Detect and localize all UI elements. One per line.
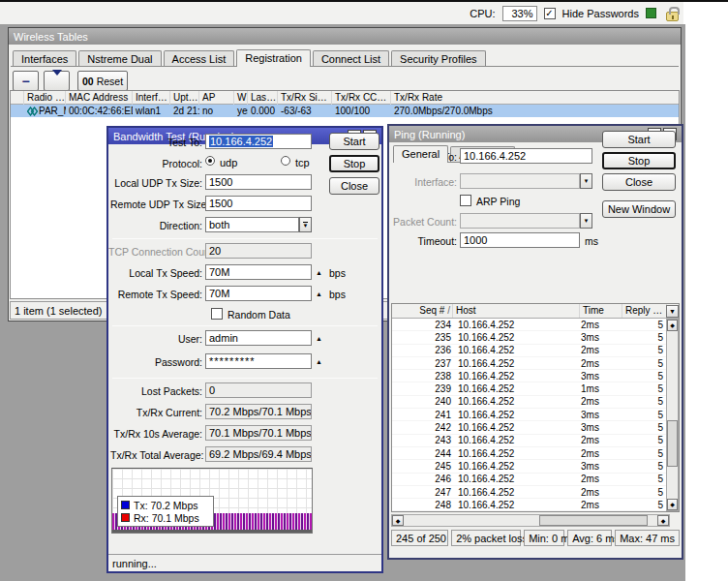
scroll-left-arrow[interactable]: ◆ — [392, 515, 404, 526]
column-interface[interactable]: Interface — [133, 91, 170, 105]
scroll-up-arrow[interactable]: ◆ — [667, 320, 678, 331]
ping-window-title: Ping (Running) — [394, 129, 465, 140]
seq-cell: 247 — [392, 487, 453, 498]
ping-result-row[interactable]: 241 10.166.4.252 3ms 5 — [392, 409, 666, 421]
direction-dropdown[interactable]: both — [205, 217, 299, 232]
ping-new-window-button[interactable]: New Window — [602, 200, 676, 218]
ping-start-button[interactable]: Start — [602, 131, 676, 148]
column-reply-size[interactable]: Reply Size — [622, 304, 667, 318]
protocol-tcp-radio[interactable] — [281, 156, 290, 166]
column-selector-button[interactable]: ▼ — [666, 305, 679, 318]
bandwidth-start-button[interactable]: Start — [329, 133, 379, 150]
protocol-udp-radio[interactable] — [205, 156, 215, 166]
user-input[interactable]: admin — [205, 330, 312, 346]
ping-to-input[interactable]: 10.166.4.252 — [460, 148, 592, 164]
interface-dropdown[interactable] — [460, 173, 580, 189]
tab-connect-list[interactable]: Connect List — [313, 50, 389, 66]
tab-interfaces[interactable]: Interfaces — [13, 50, 76, 66]
column-ccq[interactable]: Tx/Rx CCQ (%) — [332, 91, 391, 105]
interface-dropdown-button[interactable]: ▼ — [580, 173, 592, 189]
ping-result-row[interactable]: 244 10.166.4.252 2ms 5 — [392, 447, 666, 460]
packet-count-dropdown[interactable] — [460, 213, 580, 229]
local-udp-tx-size-input[interactable]: 1500 — [205, 174, 312, 190]
ping-horizontal-scrollbar[interactable]: ◆ ◆ — [391, 514, 670, 527]
ping-result-row[interactable]: 246 10.166.4.252 2ms 5 — [392, 474, 666, 486]
tcp-connection-count-label: TCP Connection Count: — [108, 246, 202, 258]
column-last-activity[interactable]: Last Activit... — [248, 91, 278, 105]
ccq-cell: 100/100 — [332, 105, 391, 117]
tab-access-list[interactable]: Access List — [164, 50, 235, 66]
direction-dropdown-button[interactable]: ▼ — [299, 217, 312, 232]
remote-tx-speed-input[interactable]: 70M — [205, 286, 312, 301]
spinner-up-icon[interactable]: ▲ — [316, 290, 322, 297]
tcp-connection-count-input[interactable]: 20 — [205, 243, 312, 259]
scroll-down-arrow[interactable]: ◆ — [667, 499, 678, 510]
ping-result-row[interactable]: 239 10.166.4.252 1ms 5 — [392, 382, 666, 395]
tab-general[interactable]: General — [393, 145, 448, 163]
spinner-up-icon[interactable]: ▲ — [316, 358, 322, 365]
column-mac-address[interactable]: MAC Address — [66, 91, 133, 105]
column-radio-name[interactable]: Radio Name / — [24, 91, 66, 105]
time-cell: 3ms — [579, 371, 622, 382]
chevron-down-icon: ▼ — [584, 178, 590, 184]
test-to-input[interactable]: 10.166.4.252 — [205, 134, 312, 149]
cpu-label: CPU: — [470, 8, 495, 19]
remote-udp-tx-size-input[interactable]: 1500 — [205, 196, 312, 211]
column-ap[interactable]: AP — [199, 91, 234, 105]
host-cell: 10.166.4.252 — [453, 371, 579, 382]
wireless-titlebar[interactable]: Wireless Tables — [9, 28, 681, 45]
ping-result-row[interactable]: 247 10.166.4.252 2ms 5 — [392, 486, 666, 499]
ping-result-row[interactable]: 240 10.166.4.252 2ms 5 — [392, 396, 666, 409]
registration-row-selected[interactable]: PAR_MCL 00:0C:42:66:ED:23 wlan1 2d 21:20… — [11, 105, 679, 117]
filter-button[interactable] — [44, 71, 70, 91]
ping-result-row[interactable]: 245 10.166.4.252 3ms 5 — [392, 460, 666, 473]
time-cell: 3ms — [579, 410, 622, 420]
column-uptime[interactable]: Uptime — [170, 91, 199, 105]
ping-result-row[interactable]: 237 10.166.4.252 2ms 5 — [392, 357, 666, 370]
host-cell: 10.166.4.252 — [453, 358, 579, 369]
local-tx-speed-input[interactable]: 70M — [205, 264, 312, 280]
ping-result-row[interactable]: 242 10.166.4.252 3ms 5 — [392, 421, 666, 434]
mac-cell: 00:0C:42:66:ED:23 — [66, 105, 133, 117]
column-signal[interactable]: Tx/Rx Signal ... — [278, 91, 332, 105]
timeout-unit: ms — [585, 235, 598, 247]
ping-result-row[interactable]: 236 10.166.4.252 2ms 5 — [392, 345, 666, 357]
column-host[interactable]: Host — [453, 304, 580, 318]
ping-result-row[interactable]: 248 10.166.4.252 2ms 5 — [392, 499, 666, 511]
remove-button[interactable]: − — [13, 71, 39, 91]
scroll-thumb[interactable] — [539, 515, 648, 526]
minus-icon: − — [21, 74, 29, 89]
bandwidth-stop-button[interactable]: Stop — [329, 155, 379, 172]
column-wds[interactable]: W... — [234, 91, 248, 105]
ping-result-row[interactable]: 238 10.166.4.252 3ms 5 — [392, 370, 666, 382]
seq-cell: 243 — [392, 435, 453, 445]
wireless-status-text: 1 item (1 selected) — [15, 305, 102, 317]
packet-count-dropdown-button[interactable]: ▼ — [580, 213, 592, 229]
ping-close-action-button[interactable]: Close — [602, 173, 676, 191]
scroll-thumb[interactable] — [667, 420, 678, 467]
column-icon[interactable] — [11, 91, 24, 105]
timeout-input[interactable]: 1000 — [460, 232, 580, 248]
ping-vertical-scrollbar[interactable]: ◆ ◆ — [666, 319, 679, 511]
spinner-up-icon[interactable]: ▲ — [316, 335, 322, 342]
random-data-checkbox[interactable] — [211, 308, 223, 320]
bandwidth-close-action-button[interactable]: Close — [329, 177, 379, 195]
column-time[interactable]: Time — [580, 304, 622, 318]
spinner-up-icon[interactable]: ▲ — [316, 269, 322, 276]
time-cell: 3ms — [579, 422, 622, 433]
password-input[interactable]: ********* — [205, 353, 312, 369]
column-seq[interactable]: Seq # / — [392, 304, 453, 318]
hide-passwords-checkbox[interactable]: ✓ — [544, 8, 556, 19]
column-rate[interactable]: Tx/Rx Rate — [391, 91, 680, 105]
ping-result-row[interactable]: 243 10.166.4.252 2ms 5 — [392, 435, 666, 447]
reset-button[interactable]: 00 Reset — [77, 71, 128, 91]
tab-registration[interactable]: Registration — [236, 49, 311, 67]
ping-stop-button[interactable]: Stop — [602, 152, 676, 169]
ping-result-row[interactable]: 234 10.166.4.252 2ms 5 — [392, 319, 666, 331]
ping-result-row[interactable]: 235 10.166.4.252 3ms 5 — [392, 331, 666, 344]
arp-ping-checkbox[interactable] — [460, 195, 471, 206]
tab-security-profiles[interactable]: Security Profiles — [391, 50, 485, 66]
scroll-right-arrow[interactable]: ◆ — [657, 515, 669, 526]
top-toolbar: CPU: 33% ✓ Hide Passwords — [0, 2, 683, 24]
tab-nstreme-dual[interactable]: Nstreme Dual — [78, 50, 161, 66]
